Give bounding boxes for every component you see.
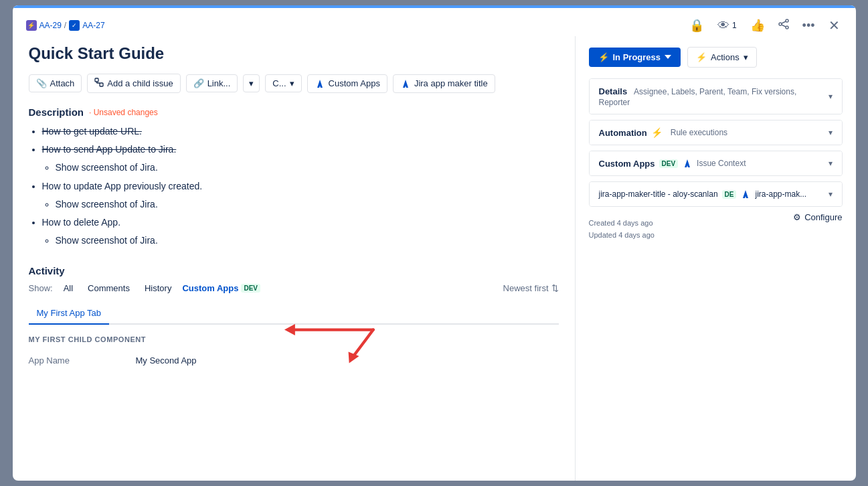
like-button[interactable]: 👍 [748,15,768,35]
issue-modal: ⚡ AA-29 / ✓ AA-27 🔒 👁 1 👍 [13,5,856,481]
configure-row: Created 4 days ago Updated 4 days ago ⚙ … [589,212,843,246]
tab-comments[interactable]: Comments [84,282,134,295]
parent-type-icon: ⚡ [26,20,37,31]
link-icon: 🔗 [193,78,204,88]
jira-app-maker-section: jira-app-maker-title - aloy-scanlan DE j… [589,181,843,207]
breadcrumb: ⚡ AA-29 / ✓ AA-27 [26,20,105,31]
svg-point-0 [786,19,788,22]
details-meta: Assignee, Labels, Parent, Team, Fix vers… [599,87,797,107]
automation-title: Automation [599,128,647,138]
custom-apps-sidebar-title: Custom Apps [599,159,655,169]
toolbar: 📎 Attach Add a child issue [29,74,559,93]
paperclip-icon: 📎 [36,78,47,88]
description-list: How to get update URL. How to send App U… [29,123,559,249]
share-icon [778,19,789,33]
jira-app-maker-button[interactable]: Jira app maker title [393,74,495,93]
show-label: Show: [29,283,53,293]
automation-lightning-icon: ⚡ [651,127,663,138]
app-table: App Name My Second App [29,351,559,370]
app-tab-nav: My First App Tab [29,303,559,325]
list-item: Show screenshot of Jira. [56,232,559,249]
sidebar: ⚡ In Progress ⚡ Actions ▾ Details [575,36,856,481]
child-component-title: MY FIRST CHILD COMPONENT [29,335,559,343]
automation-meta: Rule executions [671,128,727,137]
lock-icon: 🔒 [689,18,704,33]
custom-apps-dev-badge: DEV [659,159,679,168]
add-child-icon [94,78,104,89]
custom-apps-dev-header[interactable]: Custom Apps DEV Issue Context ▾ [590,151,842,175]
issue-title: Quick Start Guide [29,44,559,63]
list-item: Show screenshot of Jira. [56,196,559,213]
modal-overlay: ⚡ AA-29 / ✓ AA-27 🔒 👁 1 👍 [0,0,868,486]
my-first-app-tab[interactable]: My First App Tab [29,303,110,325]
activity-section: Activity Show: All Comments History Cust… [29,265,559,370]
app-name-label: App Name [29,355,136,366]
more-tools-dropdown[interactable]: ▾ [243,74,260,92]
thumbs-up-icon: 👍 [750,18,765,33]
eye-icon: 👁 [717,19,729,33]
list-item: How to update App previously created. Sh… [42,178,559,213]
gear-icon: ⚙ [793,212,801,222]
custom-apps-chevron-icon: ▾ [829,159,833,168]
lock-button[interactable]: 🔒 [687,15,707,35]
breadcrumb-parent-link[interactable]: AA-29 [39,21,62,30]
main-content: Quick Start Guide 📎 Attach [13,36,575,481]
details-section: Details Assignee, Labels, Parent, Team, … [589,78,843,114]
details-section-header[interactable]: Details Assignee, Labels, Parent, Team, … [590,79,842,114]
timestamps: Created 4 days ago Updated 4 days ago [589,212,655,246]
header-actions: 🔒 👁 1 👍 [687,15,843,36]
dev-badge: DEV [241,284,260,293]
jira-chevron-icon: ▾ [829,189,833,199]
atlassian-sidebar-icon [682,158,693,169]
show-bar: Show: All Comments History Custom Apps D… [29,282,559,295]
updated-timestamp: Updated 4 days ago [589,230,655,242]
actions-chevron-icon: ▾ [744,52,748,62]
status-chevron-icon [665,55,671,60]
unsaved-changes-label: · Unsaved changes [89,108,158,117]
svg-line-3 [782,21,786,23]
description-title: Description · Unsaved changes [29,106,559,118]
jira-app-maker-text: jira-app-maker-title - aloy-scanlan [599,189,718,199]
automation-chevron-icon: ▾ [829,128,833,137]
issue-context-label: Issue Context [697,159,746,168]
tab-custom-apps-dev[interactable]: Custom Apps DEV [182,283,260,293]
details-title: Details [599,86,628,96]
close-button[interactable]: ✕ [826,15,843,36]
created-timestamp: Created 4 days ago [589,218,655,230]
sidebar-top-row: ⚡ In Progress ⚡ Actions ▾ [589,47,843,68]
automation-section: Automation ⚡ Rule executions ▾ [589,120,843,145]
sort-icon: ⇅ [551,283,559,293]
tab-all[interactable]: All [60,282,77,295]
jira-app-short-label: jira-app-mak... [755,189,806,199]
child-type-icon: ✓ [69,20,80,31]
close-icon: ✕ [829,18,840,33]
svg-rect-5 [95,78,98,82]
watch-button[interactable]: 👁 1 [715,16,740,35]
attach-button[interactable]: 📎 Attach [29,74,82,92]
link-button[interactable]: 🔗 Link... [186,74,238,92]
list-item: Show screenshot of Jira. [56,159,559,176]
custom-apps-button[interactable]: Custom Apps [307,74,387,93]
jira-de-badge: DE [722,190,737,199]
more-button[interactable]: ••• [800,16,818,35]
modal-body: Quick Start Guide 📎 Attach [13,36,856,481]
activity-title: Activity [29,265,559,276]
share-button[interactable] [776,16,792,35]
list-item: How to send App Update to Jira. Show scr… [42,141,559,176]
jira-app-maker-header[interactable]: jira-app-maker-title - aloy-scanlan DE j… [590,182,842,206]
breadcrumb-child-link[interactable]: AA-27 [82,21,104,30]
svg-rect-6 [100,83,103,86]
actions-button[interactable]: ⚡ Actions ▾ [687,47,757,68]
c-label: C... [272,78,286,88]
automation-section-header[interactable]: Automation ⚡ Rule executions ▾ [590,120,842,145]
c-dropdown-button[interactable]: C... ▾ [265,74,301,92]
add-child-issue-button[interactable]: Add a child issue [87,74,180,93]
modal-header: ⚡ AA-29 / ✓ AA-27 🔒 👁 1 👍 [13,8,856,36]
description-section: Description · Unsaved changes How to get… [29,106,559,249]
newest-first-button[interactable]: Newest first ⇅ [503,283,559,293]
status-button[interactable]: ⚡ In Progress [589,48,681,67]
custom-apps-dev-section: Custom Apps DEV Issue Context ▾ [589,151,843,176]
configure-button[interactable]: ⚙ Configure [793,212,842,222]
watch-count: 1 [732,21,737,30]
tab-history[interactable]: History [141,282,175,295]
